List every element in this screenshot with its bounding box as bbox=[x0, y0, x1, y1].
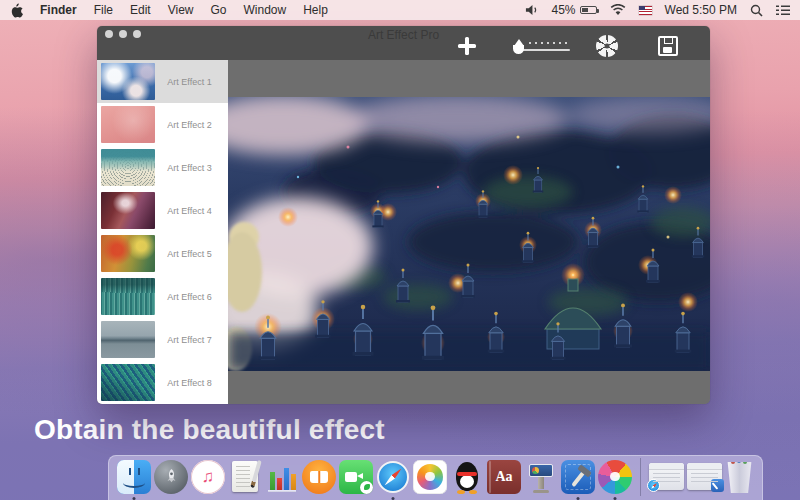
save-button[interactable] bbox=[658, 36, 678, 56]
slider-track bbox=[522, 49, 570, 51]
sidebar-item-art-effect-3[interactable]: Art Effect 3 bbox=[97, 146, 228, 189]
dock-item-launchpad[interactable] bbox=[154, 459, 188, 495]
effect-label: Art Effect 6 bbox=[155, 292, 228, 302]
effect-thumbnail bbox=[101, 149, 155, 186]
size-slider[interactable] bbox=[513, 39, 570, 54]
slider-handle-icon[interactable] bbox=[513, 39, 524, 54]
wifi-icon[interactable] bbox=[610, 4, 626, 16]
menu-help[interactable]: Help bbox=[303, 3, 328, 17]
desktop-wallpaper: Finder File Edit View Go Window Help 45%… bbox=[0, 0, 800, 500]
battery-percent: 45% bbox=[551, 3, 575, 17]
menu-edit[interactable]: Edit bbox=[130, 3, 151, 17]
safari-icon bbox=[377, 461, 409, 493]
running-indicator bbox=[133, 497, 136, 500]
dock-item-art-effect[interactable] bbox=[598, 459, 632, 495]
menu-view[interactable]: View bbox=[168, 3, 194, 17]
dock-item-keynote[interactable] bbox=[524, 459, 558, 495]
dock-item-qq[interactable] bbox=[450, 459, 484, 495]
dock-item-photos[interactable] bbox=[413, 459, 447, 495]
menu-window[interactable]: Window bbox=[244, 3, 287, 17]
title-bar: Art Effect Pro bbox=[97, 26, 710, 60]
effect-thumbnail bbox=[101, 63, 155, 100]
effect-thumbnail bbox=[101, 321, 155, 358]
dock-item-textedit[interactable] bbox=[228, 459, 262, 495]
sidebar-item-art-effect-6[interactable]: Art Effect 6 bbox=[97, 275, 228, 318]
effect-label: Art Effect 8 bbox=[155, 378, 228, 388]
preview-area bbox=[228, 60, 710, 404]
menu-go[interactable]: Go bbox=[211, 3, 227, 17]
dock-item-trash[interactable] bbox=[725, 459, 754, 495]
dock-item-ibooks[interactable] bbox=[302, 459, 336, 495]
dock-item-minimized-window-tool[interactable] bbox=[687, 459, 722, 495]
sidebar-item-art-effect-1[interactable]: Art Effect 1 bbox=[97, 60, 228, 103]
dock-item-dictionary[interactable]: Aa bbox=[487, 459, 521, 495]
effects-sidebar: Art Effect 1 Art Effect 2 Art Effect 3 A… bbox=[97, 60, 228, 404]
running-indicator bbox=[577, 497, 580, 500]
keynote-icon bbox=[524, 460, 558, 494]
volume-icon[interactable] bbox=[525, 4, 538, 16]
dock-item-itunes[interactable]: ♫ bbox=[191, 459, 225, 495]
desktop-caption: Obtain the beautiful effect bbox=[34, 414, 385, 446]
effect-thumbnail bbox=[101, 106, 155, 143]
artwork-canvas bbox=[228, 97, 710, 371]
menu-clock[interactable]: Wed 5:50 PM bbox=[665, 3, 737, 17]
dock-item-chart[interactable] bbox=[265, 459, 299, 495]
ibooks-icon bbox=[302, 460, 336, 494]
textedit-icon bbox=[232, 461, 258, 492]
effect-thumbnail bbox=[101, 278, 155, 315]
effect-label: Art Effect 5 bbox=[155, 249, 228, 259]
trash-full-icon bbox=[726, 462, 753, 493]
toolbar bbox=[457, 35, 678, 57]
sidebar-item-art-effect-7[interactable]: Art Effect 7 bbox=[97, 318, 228, 361]
effect-thumbnail bbox=[101, 192, 155, 229]
menu-bar: Finder File Edit View Go Window Help 45%… bbox=[0, 0, 800, 20]
effect-label: Art Effect 2 bbox=[155, 120, 228, 130]
effect-label: Art Effect 4 bbox=[155, 206, 228, 216]
effect-label: Art Effect 7 bbox=[155, 335, 228, 345]
finder-icon bbox=[117, 460, 151, 494]
safari-badge-icon bbox=[647, 479, 660, 492]
photos-icon bbox=[413, 460, 447, 494]
sidebar-item-art-effect-5[interactable]: Art Effect 5 bbox=[97, 232, 228, 275]
xcode-icon bbox=[561, 460, 595, 494]
spotlight-icon[interactable] bbox=[750, 4, 763, 17]
effect-label: Art Effect 3 bbox=[155, 163, 228, 173]
apple-icon bbox=[10, 3, 23, 18]
dock-item-minimized-window-safari[interactable] bbox=[649, 459, 684, 495]
dictionary-glyph: Aa bbox=[495, 469, 512, 485]
minimized-window-icon bbox=[649, 463, 684, 490]
add-button[interactable] bbox=[457, 36, 477, 56]
itunes-icon: ♫ bbox=[191, 460, 225, 494]
running-indicator bbox=[614, 497, 617, 500]
battery-status[interactable]: 45% bbox=[551, 3, 596, 17]
dock-item-xcode[interactable] bbox=[561, 459, 595, 495]
running-indicator bbox=[392, 497, 395, 500]
dictionary-icon: Aa bbox=[487, 460, 521, 494]
dock-item-safari[interactable] bbox=[376, 459, 410, 495]
effects-button[interactable] bbox=[596, 35, 618, 57]
bar-chart-icon bbox=[265, 460, 299, 494]
launchpad-icon bbox=[154, 460, 188, 494]
art-effect-window: Art Effect Pro Art Effect 1 bbox=[97, 26, 710, 404]
effect-label: Art Effect 1 bbox=[155, 77, 228, 87]
facetime-icon bbox=[339, 460, 373, 494]
sidebar-item-art-effect-2[interactable]: Art Effect 2 bbox=[97, 103, 228, 146]
dock-item-facetime[interactable] bbox=[339, 459, 373, 495]
menu-file[interactable]: File bbox=[94, 3, 113, 17]
dock: ♫ Aa bbox=[108, 455, 763, 500]
qq-icon bbox=[450, 460, 484, 494]
dock-item-finder[interactable] bbox=[117, 459, 151, 495]
sidebar-item-art-effect-4[interactable]: Art Effect 4 bbox=[97, 189, 228, 232]
effect-thumbnail bbox=[101, 364, 155, 401]
apple-menu[interactable] bbox=[10, 3, 23, 18]
slider-ticks bbox=[529, 42, 569, 44]
minimized-window-icon bbox=[687, 463, 722, 490]
effect-thumbnail bbox=[101, 235, 155, 272]
battery-icon bbox=[580, 6, 597, 14]
art-effect-pinwheel-icon bbox=[598, 460, 632, 494]
notification-center-icon[interactable] bbox=[776, 4, 790, 16]
sidebar-item-art-effect-8[interactable]: Art Effect 8 bbox=[97, 361, 228, 404]
menu-finder[interactable]: Finder bbox=[40, 3, 77, 17]
tool-badge-icon bbox=[711, 479, 724, 492]
us-flag-icon[interactable] bbox=[639, 6, 652, 15]
